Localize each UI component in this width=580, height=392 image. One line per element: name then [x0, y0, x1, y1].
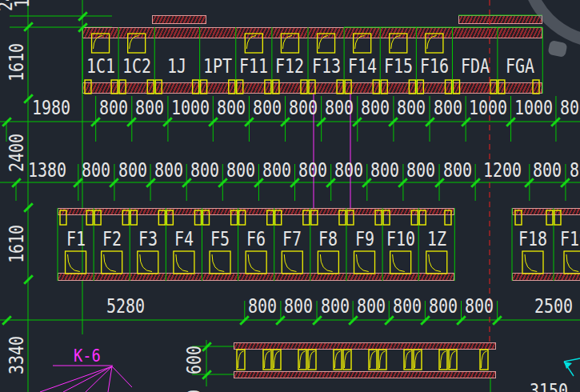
door-leaf	[122, 210, 129, 225]
door-leaf	[419, 210, 426, 225]
door-swing-arc	[282, 36, 292, 50]
door-swing-arc	[450, 351, 456, 368]
door-leaf	[201, 80, 207, 94]
entities-layer	[0, 0, 580, 392]
door-leaf	[85, 80, 91, 94]
door-swing-arc	[212, 254, 224, 272]
door-leaf	[445, 80, 451, 94]
door-leaf	[130, 210, 137, 225]
door-leaf	[94, 210, 101, 225]
door-leaf	[229, 80, 235, 94]
door-leaf	[498, 80, 505, 94]
door-leaf	[445, 210, 451, 225]
door-swing-arc	[429, 254, 441, 272]
door-leaf	[275, 210, 282, 225]
leader-ray	[63, 366, 112, 392]
door-swing-arc	[300, 351, 306, 368]
door-swing-arc	[265, 351, 270, 368]
door-leaf	[373, 80, 379, 94]
door-leaf	[417, 80, 423, 94]
door-leaf	[86, 210, 93, 225]
door-leaf	[194, 210, 201, 225]
door-leaf	[303, 210, 310, 225]
door-leaf	[381, 80, 387, 94]
door-leaf	[265, 80, 271, 94]
door-swing-arc	[380, 351, 386, 368]
door-leaf	[60, 210, 66, 225]
door-leaf	[237, 80, 243, 94]
door-swing-arc	[427, 36, 437, 50]
door-leaf	[490, 80, 497, 94]
cyan-leader	[564, 358, 580, 362]
door-swing-arc	[274, 351, 280, 368]
door-swing-arc	[284, 254, 296, 272]
door-swing-arc	[310, 351, 315, 368]
door-leaf	[383, 210, 390, 225]
door-swing-arc	[104, 254, 116, 272]
door-swing-arc	[246, 36, 256, 50]
door-swing-arc	[345, 351, 350, 368]
door-swing-arc	[355, 36, 365, 50]
door-leaf	[411, 210, 418, 225]
door-swing-arc	[319, 36, 329, 50]
door-leaf	[375, 210, 382, 225]
door-leaf	[311, 210, 318, 225]
cad-viewport[interactable]: K-6 600 0 3150 1980800800100080080080080…	[0, 0, 580, 392]
door-swing-arc	[68, 254, 80, 272]
door-leaf	[193, 80, 199, 94]
door-swing-arc	[357, 254, 369, 272]
door-swing-arc	[482, 351, 487, 368]
door-leaf	[533, 80, 539, 94]
door-swing-arc	[320, 254, 332, 272]
door-leaf	[546, 210, 553, 225]
door-leaf	[158, 210, 165, 225]
door-swing-arc	[176, 254, 188, 272]
door-leaf	[347, 210, 354, 225]
door-swing-arc	[130, 36, 139, 50]
door-swing-arc	[140, 254, 152, 272]
door-leaf	[147, 80, 154, 94]
door-leaf	[231, 210, 238, 225]
door-leaf	[267, 210, 274, 225]
door-leaf	[309, 80, 315, 94]
door-swing-arc	[248, 254, 260, 272]
door-swing-arc	[94, 36, 103, 50]
door-leaf	[119, 80, 126, 94]
door-swing-arc	[406, 351, 411, 368]
door-leaf	[239, 210, 246, 225]
leader-ray	[40, 366, 112, 392]
door-swing-arc	[391, 36, 401, 50]
door-leaf	[453, 80, 459, 94]
door-swing-arc	[238, 351, 244, 368]
door-leaf	[409, 80, 415, 94]
door-leaf	[345, 80, 351, 94]
door-swing-arc	[335, 351, 341, 368]
door-leaf	[554, 210, 561, 225]
door-leaf	[155, 80, 162, 94]
leader-ray	[86, 366, 112, 392]
door-leaf	[166, 210, 173, 225]
door-swing-arc	[393, 254, 405, 272]
door-swing-arc	[525, 254, 537, 272]
door-leaf	[339, 210, 346, 225]
door-leaf	[301, 80, 307, 94]
door-swing-arc	[566, 254, 578, 272]
door-swing-arc	[415, 351, 421, 368]
door-leaf	[202, 210, 209, 225]
leader-ray	[112, 366, 132, 387]
door-leaf	[337, 80, 343, 94]
door-swing-arc	[370, 351, 376, 368]
door-leaf	[515, 210, 522, 225]
door-leaf	[273, 80, 279, 94]
door-leaf	[111, 80, 118, 94]
door-swing-arc	[441, 351, 446, 368]
